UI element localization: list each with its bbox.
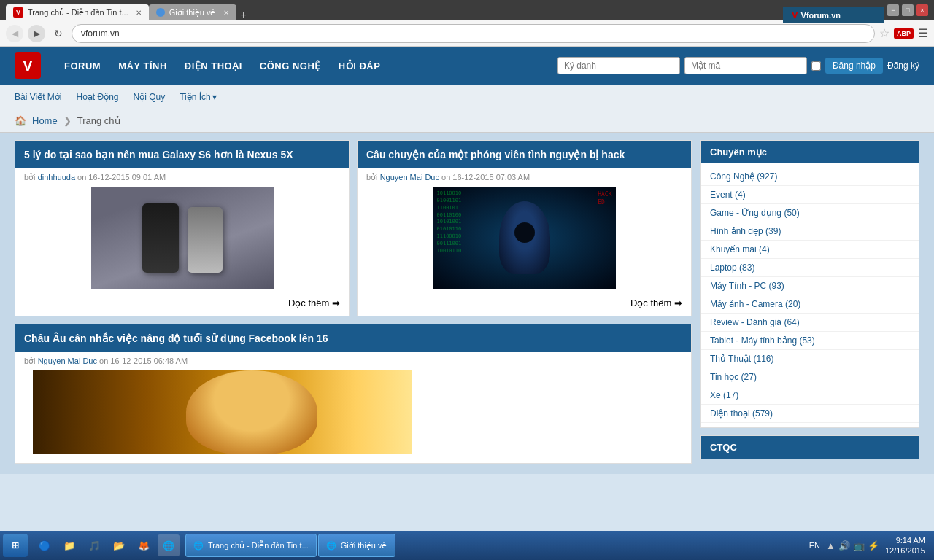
nav-congnge[interactable]: CÔNG NGHỆ [260,61,321,71]
remember-checkbox[interactable] [811,61,821,71]
taskbar: ⊞ 🔵 📁 🎵 📂 🦊 🌐 🌐 Trang chủ - Diễn đàn Tin… [0,531,934,560]
tab-close-1[interactable]: ✕ [136,9,142,17]
display-notify-icon: 📺 [853,540,865,551]
taskbar-app-vforum-label: Trang chủ - Diễn đàn Tin t... [208,541,309,551]
article-1-read-more: Đọc thêm ➡ [15,293,349,316]
tab-close-2[interactable]: ✕ [223,9,229,17]
start-button[interactable]: ⊞ [3,534,28,557]
browser-tab-2[interactable]: Giới thiệu về ✕ [149,4,236,20]
taskbar-time-value: 9:14 AM [885,535,925,545]
article-2-author[interactable]: Nguyen Mai Duc [380,173,439,182]
refresh-button[interactable]: ↻ [50,25,67,42]
maximize-button[interactable]: □ [902,4,914,16]
site-logo: V [15,52,41,79]
username-input[interactable] [557,57,680,74]
category-maytinh-pc[interactable]: Máy Tính - PC (93) [701,277,919,295]
taskbar-app-gioi-thieu[interactable]: 🌐 Giới thiệu về [318,534,395,557]
sidebar: Chuyên mục Công Nghệ (927) Event (4) Gam… [700,140,919,467]
sub-nav-hoatdong[interactable]: Hoạt Động [76,92,118,102]
articles-top-row: 5 lý do tại sao bạn nên mua Galaxy S6 hơ… [15,140,692,316]
url-input[interactable] [72,24,875,43]
nav-forum[interactable]: FORUM [64,61,101,71]
article-1-image [91,187,274,289]
galaxy-s6-shape [142,203,179,273]
article-1-author[interactable]: dinhhuuda [38,173,75,182]
category-laptop[interactable]: Laptop (83) [701,259,919,277]
register-link[interactable]: Đăng ký [887,61,919,71]
back-button[interactable]: ◀ [6,25,23,42]
category-khuyenmai[interactable]: Khuyến mãi (4) [701,241,919,259]
article-bottom-author[interactable]: Nguyen Mai Duc [38,357,97,365]
dropdown-chevron-icon: ▾ [212,92,217,102]
taskbar-app-vforum[interactable]: 🌐 Trang chủ - Diễn đàn Tin t... [185,534,317,557]
breadcrumb-separator: ❯ [63,115,72,126]
person-silhouette [186,370,317,454]
sub-nav-tienich[interactable]: Tiện Ích ▾ [180,92,217,102]
windows-icon: ⊞ [12,540,19,551]
nav-hoidap[interactable]: HỎI ĐÁP [339,61,381,71]
home-icon: 🏠 [15,115,26,126]
category-review[interactable]: Review - Đánh giá (64) [701,314,919,332]
breadcrumb: 🏠 Home ❯ Trang chủ [0,109,934,133]
article-1-read-more-link[interactable]: Đọc thêm ➡ [288,298,340,308]
taskbar-media-icon[interactable]: 🎵 [83,534,105,556]
new-tab-button[interactable]: + [241,9,247,20]
article-bottom-image-wrap [15,370,691,463]
network-notify-icon: ▲ [826,540,835,551]
nav-dienthoai[interactable]: ĐIỆN THOẠI [185,61,242,71]
tab-favicon-1: V [13,7,23,18]
breadcrumb-home-link[interactable]: Home [32,115,58,126]
tab-label-2: Giới thiệu về [169,8,216,18]
bookmark-star-icon[interactable]: ☆ [879,26,889,40]
category-game[interactable]: Game - Ứng dụng (50) [701,204,919,222]
browser-tab-1[interactable]: V Trang chủ - Diễn đàn Tin t... ✕ [6,4,149,20]
matrix-text-overlay: 1011001001001101110010110011010010101001… [437,190,462,254]
taskbar-language: EN [809,541,820,550]
taskbar-files-icon[interactable]: 📂 [108,534,130,556]
close-button[interactable]: × [916,4,928,16]
article-2-title[interactable]: Câu chuyện của một phóng viên tình nguyệ… [366,148,682,161]
category-congnge[interactable]: Công Nghệ (927) [701,168,919,186]
password-input[interactable] [684,57,807,74]
category-thuthuat[interactable]: Thủ Thuật (116) [701,350,919,368]
article-2-header: Câu chuyện của một phóng viên tình nguyệ… [358,141,691,168]
category-tinhoc[interactable]: Tin học (27) [701,368,919,386]
power-notify-icon: ⚡ [868,540,879,551]
nav-maytinh[interactable]: MÁY TÍNH [118,61,167,71]
category-mayAnh-camera[interactable]: Máy ảnh - Camera (20) [701,295,919,314]
taskbar-quick-launch: 🔵 📁 🎵 📂 🦊 🌐 [29,534,184,556]
taskbar-ie-icon[interactable]: 🔵 [34,534,55,556]
volume-notify-icon: 🔊 [838,540,850,551]
category-hinhanh[interactable]: Hình ảnh đẹp (39) [701,222,919,241]
sub-nav-baiviet[interactable]: Bài Viết Mới [15,92,61,102]
taskbar-app-gioi-thieu-icon: 🌐 [326,541,336,551]
article-2-meta: bởi Nguyen Mai Duc on 16-12-2015 07:03 A… [358,168,691,187]
category-dienthoai[interactable]: Điện thoại (579) [701,405,919,423]
address-bar: ◀ ▶ ↻ ☆ ABP ☰ [0,20,934,47]
hacker-image: 1011001001001101110010110011010010101001… [433,187,616,289]
tabs-container: V Trang chủ - Diễn đàn Tin t... ✕ Giới t… [6,0,881,20]
adblock-button[interactable]: ABP [894,28,914,39]
category-event[interactable]: Event (4) [701,186,919,204]
article-1-meta: bởi dinhhuuda on 16-12-2015 09:01 AM [15,168,349,187]
login-button[interactable]: Đăng nhập [825,58,883,74]
categories-box: Chuyên mục Công Nghệ (927) Event (4) Gam… [700,140,919,428]
taskbar-running-apps: 🌐 Trang chủ - Diễn đàn Tin t... 🌐 Giới t… [185,534,802,557]
browser-menu-button[interactable]: ☰ [918,26,928,40]
article-bottom-title[interactable]: Châu Âu cân nhắc việc nâng độ tuổi sử dụ… [24,332,682,345]
category-tablet[interactable]: Tablet - Máy tính bảng (53) [701,332,919,350]
taskbar-chrome-icon[interactable]: 🌐 [158,534,180,556]
sub-nav-noiquy[interactable]: Nội Quy [134,92,166,102]
taskbar-firefox-icon[interactable]: 🦊 [133,534,155,556]
article-bottom-header: Châu Âu cân nhắc việc nâng độ tuổi sử dụ… [15,324,691,352]
minimize-button[interactable]: − [887,4,899,16]
taskbar-app-gioi-thieu-label: Giới thiệu về [341,541,387,551]
article-card-1: 5 lý do tại sao bạn nên mua Galaxy S6 hơ… [15,140,350,316]
article-2-image: 1011001001001101110010110011010010101001… [433,187,616,289]
title-bar: V Trang chủ - Diễn đàn Tin t... ✕ Giới t… [0,0,934,20]
category-xe[interactable]: Xe (17) [701,386,919,405]
article-1-title[interactable]: 5 lý do tại sao bạn nên mua Galaxy S6 hơ… [24,148,340,161]
taskbar-explorer-icon[interactable]: 📁 [58,534,80,556]
forward-button[interactable]: ▶ [28,25,45,42]
article-2-read-more-link[interactable]: Đọc thêm ➡ [630,298,682,308]
